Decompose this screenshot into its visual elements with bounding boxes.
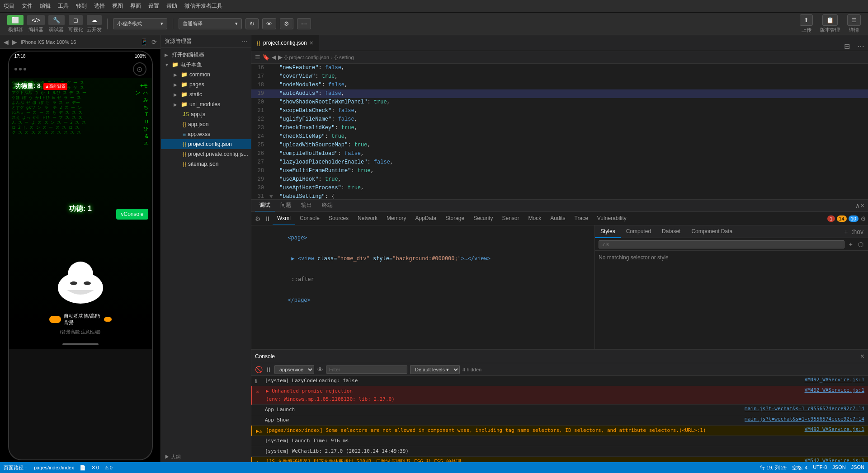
editor-content[interactable]: 16 "newFeature": false, 17 "coverView": … (251, 64, 868, 199)
status-file-link[interactable]: 📄 (80, 465, 86, 471)
tree-project-private[interactable]: {} project.private.config.js... (161, 149, 251, 159)
menu-project[interactable]: 项目 (4, 2, 14, 10)
outline-label[interactable]: ▶ 大纲 (161, 452, 251, 462)
cloud-button[interactable]: ☁ (87, 15, 102, 25)
console-pause-btn[interactable]: ⏸ (265, 366, 272, 373)
menu-select[interactable]: 选择 (94, 2, 105, 10)
inspector-tab-wxml[interactable]: Wxml (273, 212, 295, 225)
console-level-select[interactable]: Default levels ▾ (410, 365, 460, 374)
dom-line-page[interactable]: <page> (251, 227, 594, 248)
inspector-settings-btn[interactable]: ⚙ (860, 215, 866, 222)
styles-tab-dataset[interactable]: Dataset (656, 225, 686, 238)
console-source-2[interactable]: main.js?t=wechat&s=1-c9556574ecce92c7:14 (745, 406, 864, 412)
console-filter-input[interactable] (326, 365, 407, 374)
menu-help[interactable]: 帮助 (166, 2, 177, 10)
devtools-tab-output[interactable]: 输出 (297, 199, 316, 212)
menu-tools[interactable]: 工具 (58, 2, 69, 10)
tree-pages[interactable]: ▶ 📁 pages (161, 80, 251, 89)
tree-common[interactable]: ▶ 📁 common (161, 70, 251, 80)
tree-appwxss[interactable]: ≡ app.wxss (161, 129, 251, 139)
debug-button[interactable]: 🔧 (48, 15, 65, 25)
compile-dropdown[interactable]: 普通编译 ▾ (179, 18, 242, 29)
console-source-1[interactable]: VM492_WAService.js:1 (805, 387, 864, 393)
inspector-tab-appdata[interactable]: AppData (410, 212, 441, 225)
styles-more-btn[interactable]: ⬡ (857, 240, 864, 249)
split-editor-button[interactable]: ⊟ (840, 42, 854, 51)
inspector-tab-memory[interactable]: Memory (382, 212, 410, 225)
preview-icon-button[interactable]: 👁 (262, 18, 276, 29)
status-format[interactable]: JSON (832, 464, 845, 471)
tree-project-root[interactable]: ▼ 📁 电子本鱼 (161, 60, 251, 70)
menu-settings[interactable]: 设置 (148, 2, 159, 10)
status-encoding[interactable]: UTF-8 (813, 464, 827, 471)
console-source-select[interactable]: appservice (274, 365, 314, 374)
inspector-tab-audits[interactable]: Audits (546, 212, 570, 225)
mode-dropdown[interactable]: 小程序模式 ▾ (113, 18, 167, 29)
console-eye-btn[interactable]: 👁 (317, 366, 323, 373)
editor-button[interactable]: </> (27, 15, 45, 25)
inspector-tab-storage[interactable]: Storage (441, 212, 469, 225)
nav-forward-button[interactable]: ▶ (278, 54, 283, 61)
inspector-tab-trace[interactable]: Trace (570, 212, 593, 225)
menu-file[interactable]: 文件 (22, 2, 33, 10)
devtools-tab-terminal[interactable]: 终端 (317, 199, 337, 212)
tree-opened-editors[interactable]: ▶ 打开的编辑器 (161, 50, 251, 60)
tree-project-config[interactable]: {} project.config.json (161, 139, 251, 149)
devtools-close-button[interactable]: × (861, 202, 864, 209)
settings-button[interactable]: ⚙ (280, 18, 293, 29)
menu-view[interactable]: 视图 (112, 2, 123, 10)
menu-edit[interactable]: 编辑 (40, 2, 51, 10)
console-clear-btn[interactable]: 🚫 (255, 366, 263, 373)
sim-forward-button[interactable]: ▶ (12, 38, 17, 46)
console-source-0[interactable]: VM492_WAService.js:1 (805, 377, 864, 383)
inspector-tab-security[interactable]: Security (469, 212, 497, 225)
console-close-button[interactable]: × (860, 352, 864, 361)
refresh-button[interactable]: ↻ (245, 18, 259, 29)
tab-project-config[interactable]: {} project.config.json × (251, 35, 319, 51)
more-button[interactable]: ⋯ (297, 18, 311, 29)
status-spaces[interactable]: 空格: 4 (792, 464, 807, 471)
devtools-collapse-button[interactable]: ∧ (855, 202, 860, 209)
tree-appjson[interactable]: {} app.json (161, 119, 251, 129)
tree-sitemap[interactable]: {} sitemap.json (161, 159, 251, 169)
dom-line-view[interactable]: ▶ <view class="home_div" style="backgrou… (251, 248, 594, 269)
console-source-7[interactable]: VM542_WAService.js:1 (805, 458, 864, 462)
toggle-sidebar-button[interactable]: ☰ (255, 54, 260, 61)
dom-line-after[interactable]: ::after (251, 269, 594, 290)
inspector-icon-btn[interactable]: ⚙ (253, 215, 263, 222)
inspector-tab-console[interactable]: Console (295, 212, 324, 225)
explorer-menu-icon[interactable]: ⋯ (242, 38, 247, 45)
status-path[interactable]: pages/index/index (34, 465, 74, 470)
menu-goto[interactable]: 转到 (76, 2, 87, 10)
styles-tab-styles[interactable]: Styles (595, 225, 621, 238)
devtools-tab-issues[interactable]: 问题 (276, 199, 296, 212)
nav-back-button[interactable]: ◀ (272, 54, 276, 61)
inspector-tab-sensor[interactable]: Sensor (498, 212, 524, 225)
sim-back-button[interactable]: ◀ (4, 38, 9, 46)
toggle-switch-bg[interactable] (104, 317, 111, 322)
inspector-tab-mock[interactable]: Mock (524, 212, 546, 225)
console-source-4[interactable]: VM492_WAService.js:1 (805, 426, 864, 432)
tree-uni-modules[interactable]: ▶ 📁 uni_modules (161, 99, 251, 109)
simulator-button[interactable]: ⬜ (7, 15, 24, 25)
dom-line-closepage[interactable]: </page> (251, 290, 594, 310)
status-language[interactable]: JSON (851, 464, 864, 471)
upload-button[interactable]: ⬆ (800, 14, 813, 26)
inspector-stop-btn[interactable]: ⏸ (263, 215, 273, 222)
sim-rotate-button[interactable]: ⟳ (151, 38, 157, 46)
version-button[interactable]: 📋 (822, 14, 838, 26)
inspector-tab-network[interactable]: Network (353, 212, 382, 225)
visual-button[interactable]: ◻ (69, 15, 83, 25)
tree-static[interactable]: ▶ 📁 static (161, 89, 251, 99)
tab-close-button[interactable]: × (310, 40, 313, 46)
new-style-rule-btn[interactable]: + (843, 227, 849, 236)
toggle-switch-auto[interactable] (49, 316, 61, 323)
styles-tab-component-data[interactable]: Component Data (686, 225, 738, 238)
console-source-3[interactable]: main.js?t=wechat&s=1-c9556574ecce92c7:14 (745, 416, 864, 422)
vconsole-button[interactable]: vConsole (116, 209, 148, 220)
styles-add-class-btn[interactable]: + (848, 240, 854, 249)
inspector-tab-sources[interactable]: Sources (324, 212, 353, 225)
toggle-element-state-btn[interactable]: :hov (851, 227, 864, 236)
menu-interface[interactable]: 界面 (130, 2, 141, 10)
bookmark-button[interactable]: 🔖 (262, 54, 270, 61)
